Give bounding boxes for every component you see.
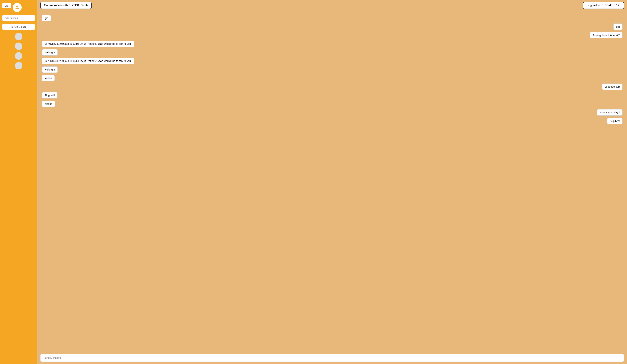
- input-area: [37, 352, 627, 364]
- contact-avatar-2[interactable]: [15, 43, 22, 50]
- user-avatar: [13, 3, 22, 12]
- message-input[interactable]: [40, 354, 624, 362]
- messages-area: gmgmTesting does this work?0x75D85339259…: [37, 11, 627, 352]
- message-bubble: Hello gm: [42, 66, 58, 73]
- sidebar: DM 0x75D8...5cab: [0, 0, 37, 364]
- message-bubble: niceee: [42, 101, 55, 107]
- message-bubble: yoooooo sup: [602, 84, 623, 90]
- message-bubble: Hello gm: [42, 49, 58, 56]
- contact-avatars: [15, 33, 22, 69]
- message-bubble: gm: [613, 23, 623, 30]
- chat-header: Conversation with 0x75D8...5cab Logged I…: [37, 0, 627, 11]
- message-bubble: All good!: [42, 92, 57, 98]
- conversation-title: Conversation with 0x75D8...5cab: [40, 2, 92, 9]
- contact-avatar-3[interactable]: [15, 52, 22, 60]
- message-bubble: 0x75D853392593a8d8900d6F3f49fF7af8f9515c…: [42, 41, 134, 47]
- svg-point-0: [16, 5, 18, 7]
- message-bubble: Testing does this work?: [590, 32, 623, 38]
- main-chat: Conversation with 0x75D8...5cab Logged I…: [37, 0, 627, 364]
- add-friends-input[interactable]: [2, 15, 35, 21]
- logged-in-badge: Logged In: 0x3EeE...c12f: [583, 2, 624, 9]
- contact-avatar-1[interactable]: [15, 33, 22, 40]
- message-bubble: Sup bro!: [607, 118, 623, 124]
- message-bubble: How is your day?: [597, 109, 623, 116]
- message-bubble: gm: [42, 15, 51, 21]
- friend-item[interactable]: 0x75D8...5cab: [2, 24, 35, 30]
- message-bubble: Yoooo: [42, 75, 55, 81]
- contact-avatar-4[interactable]: [15, 62, 22, 69]
- message-bubble: 0x75D853392593a8d8900d6F3f49fF7af8f9515c…: [42, 58, 134, 64]
- dm-label: DM: [2, 3, 11, 8]
